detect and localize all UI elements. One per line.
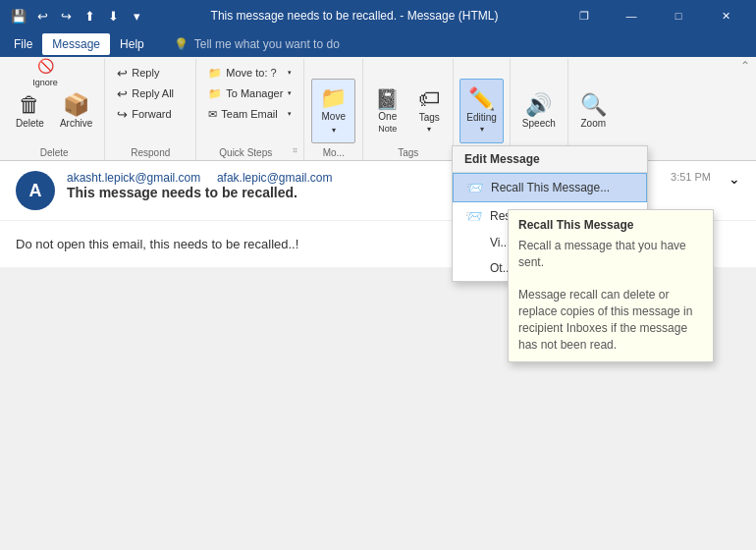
- tags-arrow[interactable]: ▾: [427, 125, 431, 134]
- tags-group-content: 📓 One Note 🏷 Tags ▾: [369, 63, 447, 143]
- minimize-button[interactable]: —: [609, 0, 654, 31]
- tooltip-line1: Recall a message that you have sent.: [518, 238, 703, 271]
- delete-label: Delete: [16, 118, 44, 129]
- recall-label: Recall This Message...: [491, 181, 610, 194]
- email-body-text: Do not open this email, this needs to be…: [16, 237, 298, 251]
- ribbon-group-respond: ↩ Reply ↩ Reply All ↪ Forward Respond: [105, 59, 196, 160]
- team-email-arrow: ▾: [288, 110, 292, 118]
- menu-file[interactable]: File: [4, 33, 42, 55]
- zoom-icon: 🔍: [580, 94, 607, 116]
- ribbon-collapse-button[interactable]: ⌃: [740, 59, 750, 73]
- customize-qat-button[interactable]: ▾: [126, 5, 147, 27]
- move-to-button[interactable]: 📁 Move to: ? ▾: [202, 63, 297, 82]
- from-name: akasht.lepick: [67, 171, 135, 185]
- search-placeholder: Tell me what you want to do: [194, 37, 340, 51]
- editing-icon: ✏️: [468, 88, 495, 110]
- ignore-button[interactable]: 🚫 Ignore: [6, 63, 84, 82]
- move-group-content: 📁 Move ▾: [311, 63, 355, 143]
- move-button[interactable]: 📁 Move ▾: [311, 79, 355, 143]
- recall-message-item[interactable]: 📨 Recall This Message...: [453, 173, 647, 202]
- menu-bar: File Message Help 💡 Tell me what you wan…: [0, 31, 756, 57]
- quick-access-toolbar: 💾 ↩ ↪ ⬆ ⬇ ▾: [8, 5, 147, 27]
- editing-button[interactable]: ✏️ Editing ▾: [459, 79, 504, 143]
- quick-steps-label: Quick Steps: [202, 145, 289, 158]
- delete-group-label: Delete: [10, 145, 98, 158]
- close-button[interactable]: ✕: [703, 0, 748, 31]
- speech-label: Speech: [522, 118, 556, 129]
- forward-icon: ↪: [117, 108, 128, 121]
- reply-all-button[interactable]: ↩ Reply All: [111, 83, 189, 103]
- delete-button[interactable]: 🗑 Delete: [10, 79, 50, 143]
- download-button[interactable]: ⬇: [102, 5, 124, 27]
- tooltip-body: Recall a message that you have sent. Mes…: [518, 238, 703, 354]
- archive-label: Archive: [60, 118, 92, 129]
- to-manager-icon: 📁: [208, 87, 222, 100]
- to-manager-arrow: ▾: [288, 89, 292, 97]
- window-controls: ❐ — □ ✕: [562, 0, 748, 31]
- team-email-label: Team Email: [221, 108, 277, 120]
- restore-button[interactable]: ❐: [562, 0, 607, 31]
- upload-button[interactable]: ⬆: [79, 5, 100, 27]
- email-time: 3:51 PM: [671, 171, 711, 183]
- tooltip-line2: Message recall can delete or replace cop…: [518, 287, 703, 353]
- move-icon: 📁: [320, 87, 347, 109]
- zoom-button[interactable]: 🔍 Zoom: [574, 79, 613, 143]
- save-button[interactable]: 💾: [8, 5, 29, 27]
- reply-label: Reply: [132, 67, 159, 79]
- editing-label: Editing: [466, 112, 497, 123]
- zoom-group-content: 🔍 Zoom: [574, 63, 613, 143]
- archive-icon: 📦: [63, 94, 89, 116]
- resend-icon: 📨: [464, 208, 482, 224]
- tooltip-title: Recall This Message: [518, 218, 703, 232]
- archive-button[interactable]: 📦 Archive: [54, 79, 98, 143]
- zoom-label: Zoom: [580, 118, 606, 129]
- title-bar: 💾 ↩ ↪ ⬆ ⬇ ▾ This message needs to be rec…: [0, 0, 756, 31]
- onenote-icon: 📓: [375, 89, 400, 109]
- tags-group-label: Tags: [369, 145, 447, 158]
- undo-button[interactable]: ↩: [31, 5, 53, 27]
- editing-arrow[interactable]: ▾: [480, 125, 484, 134]
- tags-label: Tags: [419, 112, 440, 123]
- ribbon-group-move: 📁 Move ▾ Mo...: [304, 59, 363, 160]
- team-email-icon: ✉: [208, 108, 217, 121]
- ignore-label: Ignore: [32, 78, 58, 87]
- recall-icon: 📨: [465, 180, 483, 195]
- move-to-icon: 📁: [208, 67, 222, 80]
- ignore-icon: 🚫: [37, 58, 54, 74]
- to-manager-label: To Manager: [226, 87, 283, 99]
- edit-message-label: Edit Message: [464, 152, 540, 166]
- expand-email-button[interactable]: ⌄: [729, 171, 740, 187]
- to-manager-button[interactable]: 📁 To Manager ▾: [202, 83, 297, 103]
- editing-group-content: ✏️ Editing ▾: [459, 63, 504, 143]
- window-title: This message needs to be recalled. - Mes…: [153, 9, 556, 23]
- avatar: A: [16, 171, 55, 210]
- onenote-button[interactable]: 📓 One Note: [369, 79, 405, 143]
- move-group-label: Mo...: [310, 145, 356, 158]
- move-to-arrow: ▾: [288, 69, 292, 77]
- redo-button[interactable]: ↪: [55, 5, 77, 27]
- lightbulb-icon: 💡: [174, 37, 189, 51]
- speech-group-content: 🔊 Speech: [516, 63, 562, 143]
- edit-message-header: Edit Message: [453, 146, 647, 173]
- reply-button[interactable]: ↩ Reply: [111, 63, 189, 82]
- move-dropdown-arrow[interactable]: ▾: [332, 126, 336, 135]
- quick-steps-expand[interactable]: ⌗: [293, 145, 297, 156]
- move-to-label: Move to: ?: [226, 67, 276, 79]
- tell-me-search[interactable]: 💡 Tell me what you want to do: [174, 37, 340, 51]
- delete-group-content: 🚫 Ignore 🗑 Delete 📦 Archive: [10, 63, 98, 143]
- tooltip-box: Recall This Message Recall a message tha…: [508, 209, 714, 362]
- speech-button[interactable]: 🔊 Speech: [516, 79, 562, 143]
- team-email-button[interactable]: ✉ Team Email ▾: [202, 104, 297, 124]
- maximize-button[interactable]: □: [656, 0, 701, 31]
- ribbon: 🚫 Ignore 🗑 Delete 📦 Archive Delete ↩ Rep…: [0, 57, 756, 161]
- tags-button[interactable]: 🏷 Tags ▾: [411, 79, 447, 143]
- ribbon-group-quick-steps: 📁 Move to: ? ▾ 📁 To Manager ▾ ✉ Team Ema…: [196, 59, 304, 160]
- ribbon-group-delete: 🚫 Ignore 🗑 Delete 📦 Archive Delete: [4, 59, 105, 160]
- menu-help[interactable]: Help: [110, 33, 154, 55]
- speech-icon: 🔊: [525, 94, 552, 116]
- menu-message[interactable]: Message: [42, 33, 110, 55]
- quick-steps-content: 📁 Move to: ? ▾ 📁 To Manager ▾ ✉ Team Ema…: [202, 63, 297, 141]
- ribbon-group-tags: 📓 One Note 🏷 Tags ▾ Tags: [363, 59, 454, 160]
- from-domain: @gmail.com: [135, 171, 200, 185]
- forward-button[interactable]: ↪ Forward: [111, 104, 189, 124]
